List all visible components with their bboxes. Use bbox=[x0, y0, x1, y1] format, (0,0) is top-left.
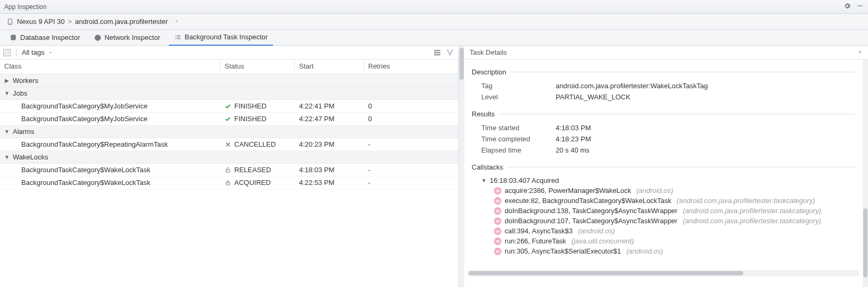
section-header: Description bbox=[472, 68, 506, 76]
frame-signature: doInBackground:138, TaskCategory$AsyncTa… bbox=[505, 207, 677, 215]
frame-signature: run:305, AsyncTask$SerialExecutor$1 bbox=[505, 247, 621, 255]
value-time-started: 4:18:03 PM bbox=[556, 124, 591, 132]
tag-filter-label: All tags bbox=[22, 48, 45, 56]
x-icon bbox=[225, 141, 231, 148]
tab-database-inspector[interactable]: Database Inspector bbox=[4, 30, 86, 46]
cell-status: CANCELLED bbox=[234, 140, 276, 148]
svg-point-6 bbox=[452, 49, 453, 51]
group-wakelocks[interactable]: ▼ WakeLocks bbox=[0, 151, 458, 164]
frame-location: (android.com.java.profilertester.taskcat… bbox=[683, 217, 821, 225]
method-badge-icon: m bbox=[494, 227, 501, 235]
lock-icon bbox=[225, 180, 231, 186]
section-callstacks: Callstacks ▼ 16:18:03.407 Acquired macqu… bbox=[472, 163, 855, 256]
close-icon[interactable] bbox=[857, 48, 863, 56]
tab-label: Database Inspector bbox=[20, 33, 80, 41]
table-row[interactable]: BackgroundTaskCategory$WakeLockTask ACQU… bbox=[0, 176, 458, 189]
details-h-scrollbar[interactable] bbox=[467, 270, 860, 276]
cell-retries: - bbox=[364, 166, 458, 174]
process-selector[interactable]: Nexus 9 API 30 > android.com.java.profil… bbox=[0, 14, 868, 30]
group-label: Jobs bbox=[13, 89, 27, 97]
tab-label: Network Inspector bbox=[105, 33, 160, 41]
chevron-down-icon: ▼ bbox=[4, 129, 10, 134]
cell-status: ACQUIRED bbox=[234, 179, 271, 187]
method-badge-icon: m bbox=[494, 217, 501, 225]
label-tag: Tag bbox=[481, 82, 556, 90]
table-body: ▶ Workers ▼ Jobs BackgroundTaskCategory$… bbox=[0, 74, 458, 287]
device-icon bbox=[6, 18, 14, 26]
cell-class: BackgroundTaskCategory$WakeLockTask bbox=[0, 179, 220, 187]
check-icon bbox=[225, 103, 231, 109]
database-icon bbox=[10, 34, 17, 41]
cell-status: FINISHED bbox=[234, 115, 267, 123]
cell-start: 4:22:41 PM bbox=[295, 102, 364, 110]
frame-signature: doInBackground:107, TaskCategory$AsyncTa… bbox=[505, 217, 677, 225]
label-elapsed: Elapsed time bbox=[481, 146, 556, 154]
details-v-scrollbar[interactable] bbox=[863, 60, 868, 287]
svg-point-5 bbox=[447, 49, 449, 51]
frame-signature: acquire:2386, PowerManager$WakeLock bbox=[505, 187, 631, 195]
method-badge-icon: m bbox=[494, 248, 501, 255]
col-status[interactable]: Status bbox=[220, 60, 295, 74]
cell-start: 4:20:23 PM bbox=[295, 140, 364, 148]
method-badge-icon: m bbox=[494, 197, 501, 205]
table-row[interactable]: BackgroundTaskCategory$WakeLockTask RELE… bbox=[0, 164, 458, 176]
table-row[interactable]: BackgroundTaskCategory$MyJobService FINI… bbox=[0, 113, 458, 125]
frame-location: (android.com.java.profilertester.taskcat… bbox=[683, 207, 821, 215]
stack-frame[interactable]: mrun:305, AsyncTask$SerialExecutor$1(and… bbox=[481, 246, 855, 256]
table-view-icon[interactable] bbox=[432, 47, 442, 58]
stack-frame[interactable]: macquire:2386, PowerManager$WakeLock(and… bbox=[481, 185, 855, 196]
globe-icon bbox=[94, 34, 101, 41]
frame-location: (java.util.concurrent) bbox=[572, 237, 634, 245]
group-jobs[interactable]: ▼ Jobs bbox=[0, 87, 458, 100]
frame-location: (android.os) bbox=[636, 187, 673, 195]
table-toolbar: All tags bbox=[0, 46, 458, 60]
left-scrollbar[interactable] bbox=[459, 46, 464, 287]
cell-status: FINISHED bbox=[234, 102, 267, 110]
cell-retries: 0 bbox=[364, 102, 458, 110]
tab-network-inspector[interactable]: Network Inspector bbox=[89, 30, 166, 46]
frame-signature: call:394, AsyncTask$3 bbox=[505, 227, 573, 235]
frame-location: (android.os) bbox=[578, 227, 615, 235]
tab-label: Background Task Inspector bbox=[185, 33, 268, 41]
stop-button[interactable] bbox=[3, 49, 11, 56]
col-start[interactable]: Start bbox=[295, 60, 364, 74]
check-icon bbox=[225, 116, 231, 122]
group-workers[interactable]: ▶ Workers bbox=[0, 74, 458, 87]
stack-frame[interactable]: mdoInBackground:138, TaskCategory$AsyncT… bbox=[481, 206, 855, 216]
cell-start: 4:22:47 PM bbox=[295, 115, 364, 123]
table-row[interactable]: BackgroundTaskCategory$MyJobService FINI… bbox=[0, 100, 458, 113]
callstack-node[interactable]: ▼ 16:18:03.407 Acquired bbox=[481, 175, 855, 185]
section-header: Callstacks bbox=[472, 163, 503, 171]
cell-class: BackgroundTaskCategory$RepeatingAlarmTas… bbox=[0, 140, 220, 148]
stack-frame[interactable]: mrun:266, FutureTask(java.util.concurren… bbox=[481, 236, 855, 246]
details-header: Task Details bbox=[464, 46, 868, 60]
tab-background-task-inspector[interactable]: Background Task Inspector bbox=[169, 30, 274, 46]
stack-frame[interactable]: mexecute:82, BackgroundTaskCategory$Wake… bbox=[481, 196, 855, 206]
tag-filter-dropdown[interactable]: All tags bbox=[22, 48, 53, 56]
chevron-down-icon bbox=[174, 18, 180, 26]
value-tag: android.com.java.profilertester:WakeLock… bbox=[556, 82, 708, 90]
chevron-down-icon bbox=[48, 50, 53, 55]
group-alarms[interactable]: ▼ Alarms bbox=[0, 125, 458, 138]
inspector-tabbar: Database Inspector Network Inspector Bac… bbox=[0, 30, 868, 46]
minimize-icon[interactable] bbox=[856, 2, 864, 11]
chevron-right-icon: ▶ bbox=[4, 78, 10, 83]
gear-icon[interactable] bbox=[844, 2, 851, 11]
breadcrumb-separator: > bbox=[68, 18, 72, 26]
cell-retries: - bbox=[364, 140, 458, 148]
col-class[interactable]: Class bbox=[0, 60, 220, 74]
group-label: Workers bbox=[13, 77, 38, 85]
cell-class: BackgroundTaskCategory$WakeLockTask bbox=[0, 166, 220, 174]
table-row[interactable]: BackgroundTaskCategory$RepeatingAlarmTas… bbox=[0, 138, 458, 151]
cell-retries: 0 bbox=[364, 115, 458, 123]
list-icon bbox=[174, 33, 182, 41]
frame-location: (android.os) bbox=[626, 247, 663, 255]
svg-rect-8 bbox=[226, 170, 230, 172]
cell-status: RELEASED bbox=[234, 166, 271, 174]
stack-frame[interactable]: mcall:394, AsyncTask$3(android.os) bbox=[481, 226, 855, 236]
stack-frame[interactable]: mdoInBackground:107, TaskCategory$AsyncT… bbox=[481, 216, 855, 226]
chevron-down-icon: ▼ bbox=[4, 90, 10, 96]
graph-view-icon[interactable] bbox=[445, 47, 455, 58]
col-retries[interactable]: Retries bbox=[364, 60, 458, 74]
cell-start: 4:18:03 PM bbox=[295, 166, 364, 174]
